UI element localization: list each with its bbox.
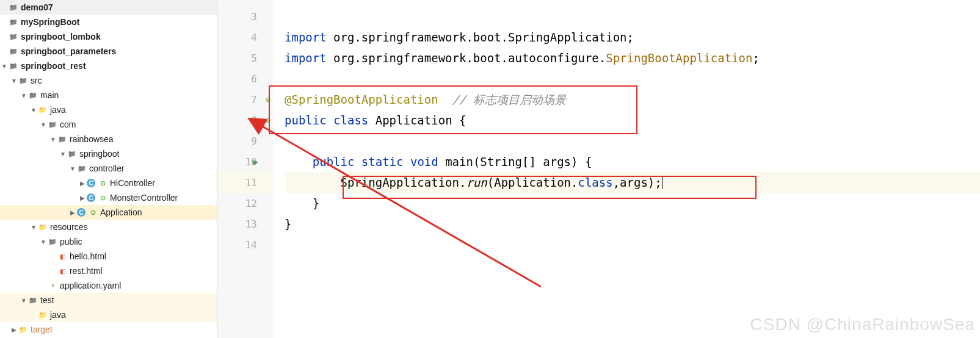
gutter-line[interactable]: 7⊙ — [217, 89, 272, 110]
code-line: public class Application { — [285, 110, 980, 131]
folder-icon — [48, 120, 57, 129]
folder-icon — [57, 134, 67, 144]
tree-item-public[interactable]: public — [0, 234, 217, 249]
tree-item-springboot-rest[interactable]: springboot_rest — [0, 59, 217, 73]
gutter-line[interactable]: 14 — [217, 234, 272, 255]
tree-item-rainbowsea[interactable]: rainbowsea — [0, 132, 217, 146]
folder-icon — [9, 2, 18, 12]
tree-item-src[interactable]: src — [0, 73, 217, 88]
expand-arrow-icon[interactable] — [10, 326, 18, 333]
gutter-line[interactable]: 12 — [217, 193, 272, 214]
run-gutter-icon[interactable] — [253, 157, 258, 167]
tree-item-label: springboot_rest — [21, 61, 86, 71]
code-line: import org.springframework.boot.autoconf… — [285, 48, 980, 68]
tree-item-springboot-lombok[interactable]: springboot_lombok — [0, 29, 217, 44]
folder-icon — [77, 164, 87, 173]
expand-arrow-icon[interactable] — [10, 77, 18, 84]
tree-item-label: hello.html — [70, 251, 106, 261]
tree-item-rest-html[interactable]: rest.html — [0, 264, 217, 278]
spring-gutter-icon[interactable]: ⊙ — [266, 95, 270, 104]
tree-item-application-yaml[interactable]: application.yaml — [0, 278, 217, 293]
expand-arrow-icon[interactable] — [78, 195, 87, 201]
tree-item-label: java — [50, 105, 66, 115]
code-line — [285, 6, 980, 27]
expand-arrow-icon[interactable] — [68, 209, 77, 216]
gutter-line[interactable]: 8⊙ — [217, 110, 272, 131]
folder-icon — [9, 46, 18, 56]
gutter-line[interactable]: 6 — [217, 68, 272, 89]
code-line: } — [285, 193, 980, 214]
tree-item-java[interactable]: java — [0, 307, 217, 322]
gutter-line[interactable]: 5 — [217, 48, 272, 68]
run-gutter-icon[interactable] — [253, 115, 258, 125]
tree-item-label: rest.html — [70, 266, 103, 276]
tree-item-myspringboot[interactable]: mySpringBoot — [0, 15, 217, 29]
tree-item-label: test — [40, 295, 54, 305]
html-icon — [57, 251, 67, 261]
tree-item-test[interactable]: test — [0, 293, 217, 307]
expand-arrow-icon[interactable] — [29, 107, 38, 113]
tree-item-resources[interactable]: resources — [0, 220, 217, 234]
spring-gutter-icon[interactable]: ⊙ — [266, 115, 270, 125]
html-icon — [57, 266, 67, 276]
code-line — [285, 68, 980, 89]
tree-item-main[interactable]: main — [0, 88, 217, 102]
tree-item-label: MonsterController — [110, 193, 178, 203]
tree-item-target[interactable]: target — [0, 322, 217, 337]
tree-item-controller[interactable]: controller — [0, 161, 217, 176]
gutter-line[interactable]: 9 — [217, 131, 272, 151]
tree-item-java[interactable]: java — [0, 102, 217, 117]
class-icon — [77, 208, 85, 217]
tree-item-label: springboot_parameters — [21, 46, 116, 56]
gutter-line[interactable]: 10 — [217, 151, 272, 172]
folder-icon — [28, 295, 38, 305]
expand-arrow-icon[interactable] — [39, 121, 48, 128]
tree-item-demo07[interactable]: demo07 — [0, 0, 217, 15]
tree-item-label: controller — [89, 164, 125, 173]
gutter-line[interactable]: 11 — [217, 172, 272, 193]
class-icon — [87, 193, 95, 202]
expand-arrow-icon[interactable] — [78, 180, 87, 187]
folder-orange-icon — [18, 325, 28, 334]
tree-item-springboot-parameters[interactable]: springboot_parameters — [0, 44, 217, 59]
tree-item-label: src — [31, 76, 42, 85]
spring-icon — [88, 207, 98, 217]
expand-arrow-icon[interactable] — [20, 297, 28, 304]
spring-icon — [98, 193, 107, 203]
expand-arrow-icon[interactable] — [68, 165, 77, 172]
tree-item-application[interactable]: Application — [0, 205, 217, 220]
code-line: public static void main(String[] args) { — [285, 151, 980, 172]
tree-item-label: java — [50, 310, 66, 320]
tree-item-com[interactable]: com — [0, 117, 217, 132]
project-tree[interactable]: demo07mySpringBootspringboot_lomboksprin… — [0, 0, 217, 338]
code-line: @SpringBootApplication // 标志项目启动场景 — [285, 89, 980, 110]
expand-arrow-icon[interactable] — [59, 151, 67, 157]
expand-arrow-icon[interactable] — [0, 63, 9, 70]
gutter-line[interactable]: 4 — [217, 27, 272, 48]
folder-icon — [28, 90, 38, 100]
code-line — [285, 131, 980, 151]
tree-item-label: main — [40, 90, 59, 100]
folder-green-icon — [38, 310, 48, 320]
tree-item-hicontroller[interactable]: HiController — [0, 176, 217, 190]
spring-icon — [98, 178, 107, 188]
tree-item-hello-html[interactable]: hello.html — [0, 249, 217, 264]
code-line: } — [285, 214, 980, 234]
gutter-line[interactable]: 3 — [217, 6, 272, 27]
expand-arrow-icon[interactable] — [20, 92, 28, 99]
folder-icon — [9, 32, 18, 41]
expand-arrow-icon[interactable] — [39, 239, 48, 245]
tree-item-label: public — [60, 237, 82, 246]
tree-item-label: resources — [50, 222, 87, 232]
code-editor[interactable]: 34567⊙8⊙91011121314 import org.springfra… — [217, 0, 980, 338]
gutter-line[interactable]: 13 — [217, 214, 272, 234]
tree-item-monstercontroller[interactable]: MonsterController — [0, 190, 217, 205]
expand-arrow-icon[interactable] — [29, 224, 38, 231]
yaml-icon — [48, 281, 57, 290]
code-area[interactable]: import org.springframework.boot.SpringAp… — [272, 0, 980, 338]
tree-item-label: springboot — [79, 149, 119, 159]
tree-item-springboot[interactable]: springboot — [0, 146, 217, 161]
folder-blue-icon — [38, 105, 48, 115]
expand-arrow-icon[interactable] — [49, 136, 57, 143]
tree-item-label: HiController — [110, 178, 155, 188]
